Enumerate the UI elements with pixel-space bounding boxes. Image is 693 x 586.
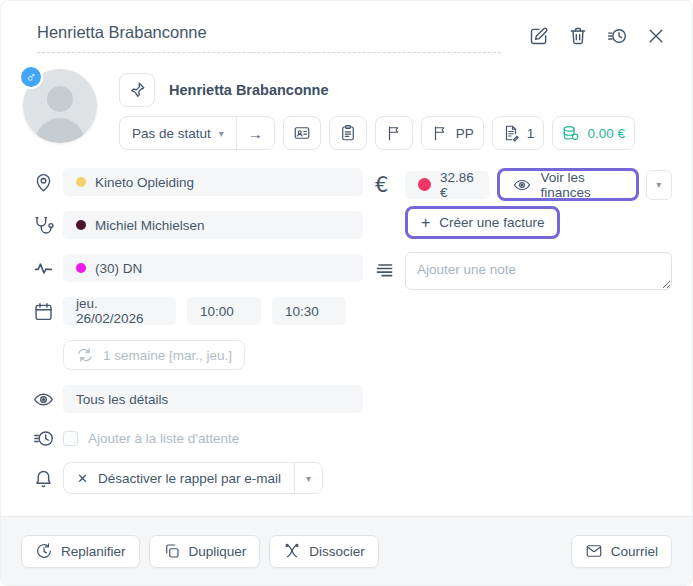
balance-amount: 0.00 € — [587, 126, 625, 141]
amount-value: 32.86 € — [440, 170, 476, 200]
view-finances-label: Voir les finances — [540, 170, 622, 200]
type-label: (30) DN — [95, 261, 142, 276]
practitioner-label: Michiel Michielsen — [95, 218, 205, 233]
pp-flag-button[interactable]: PP — [421, 116, 484, 150]
unlink-icon — [283, 542, 301, 560]
details-eye-icon — [33, 389, 54, 410]
reschedule-button[interactable]: Replanifier — [21, 535, 140, 568]
patient-toolbar: Pas de statut ▾ → — [119, 116, 672, 150]
pin-icon — [128, 81, 146, 99]
start-time-field[interactable]: 10:00 — [187, 297, 261, 325]
flag-button[interactable] — [375, 116, 413, 150]
waitlist-label: Ajouter à la liste d'attente — [88, 431, 239, 446]
recurrence-button[interactable]: 1 semaine [mar., jeu.] — [63, 340, 245, 370]
reminder-options-dropdown[interactable]: ▾ — [295, 463, 322, 493]
next-status-button[interactable]: → — [237, 117, 274, 149]
duplicate-button[interactable]: Dupliquer — [149, 535, 261, 568]
practitioner-color-dot — [76, 220, 86, 230]
chevron-down-icon: ▾ — [219, 128, 224, 139]
delete-icon[interactable] — [568, 26, 588, 46]
location-field[interactable]: Kineto Opleiding — [63, 168, 363, 196]
eye-icon — [513, 176, 531, 194]
bell-icon — [33, 468, 54, 489]
plus-icon: + — [421, 214, 430, 232]
appointment-dialog: Henrietta Brabanconne ♂ — [0, 0, 693, 586]
waitlist-clock-icon — [33, 428, 54, 449]
repeat-icon — [76, 346, 94, 364]
clipboard-button[interactable] — [329, 116, 367, 150]
euro-icon: € — [375, 173, 405, 197]
waitlist-checkbox[interactable] — [63, 431, 78, 446]
balance-button[interactable]: 0.00 € — [552, 116, 635, 150]
note-lines-icon — [375, 268, 394, 283]
note-input[interactable] — [405, 252, 672, 290]
reschedule-clock-icon — [35, 542, 53, 560]
create-invoice-label: Créer une facture — [439, 215, 544, 230]
calendar-icon — [33, 301, 54, 322]
documents-button[interactable]: 1 — [492, 116, 545, 150]
patient-card-button[interactable] — [283, 116, 321, 150]
finances-options-dropdown[interactable]: ▾ — [646, 170, 672, 200]
duplicate-label: Dupliquer — [189, 544, 247, 559]
status-dropdown[interactable]: Pas de statut ▾ — [120, 117, 236, 149]
patient-name[interactable]: Henrietta Brabanconne — [169, 82, 329, 98]
practitioner-icon — [33, 215, 54, 236]
reminder-label: Désactiver le rappel par e-mail — [98, 471, 281, 486]
practitioner-field[interactable]: Michiel Michielsen — [63, 211, 363, 239]
id-card-icon — [293, 124, 311, 142]
location-icon — [33, 172, 54, 193]
recurrence-label: 1 semaine [mar., jeu.] — [103, 348, 232, 363]
chevron-down-icon: ▾ — [306, 473, 311, 484]
pp-label: PP — [456, 126, 474, 141]
appointment-title[interactable]: Henrietta Brabanconne — [37, 23, 501, 53]
location-color-dot — [76, 177, 86, 187]
dialog-header: Henrietta Brabanconne — [1, 1, 692, 53]
all-details-field[interactable]: Tous les détails — [63, 385, 363, 413]
amount-chip: 32.86 € — [405, 171, 489, 199]
appointment-type-icon — [33, 258, 54, 279]
create-invoice-button[interactable]: + Créer une facture — [405, 206, 560, 239]
document-edit-icon — [502, 124, 520, 142]
all-details-label: Tous les détails — [76, 392, 168, 407]
gender-male-icon: ♂ — [19, 65, 43, 89]
clipboard-icon — [339, 124, 357, 142]
view-finances-button[interactable]: Voir les finances — [497, 168, 638, 201]
pin-button[interactable] — [119, 73, 155, 107]
type-color-dot — [76, 263, 86, 273]
disable-reminder-button[interactable]: ✕ Désactiver le rappel par e-mail — [64, 463, 294, 493]
detach-button[interactable]: Dissocier — [269, 535, 379, 568]
close-icon[interactable] — [646, 26, 666, 46]
edit-icon[interactable] — [529, 26, 549, 46]
dialog-footer: Replanifier Dupliquer Dissocier Courriel — [1, 516, 692, 585]
flag-icon — [431, 124, 449, 142]
email-button[interactable]: Courriel — [571, 535, 672, 568]
coins-icon — [562, 124, 580, 142]
chevron-down-icon: ▾ — [656, 179, 661, 190]
status-group: Pas de statut ▾ → — [119, 116, 275, 150]
flag-icon — [385, 124, 403, 142]
location-label: Kineto Opleiding — [95, 175, 194, 190]
copy-icon — [163, 542, 181, 560]
reschedule-label: Replanifier — [61, 544, 126, 559]
reminder-group: ✕ Désactiver le rappel par e-mail ▾ — [63, 462, 323, 494]
patient-hero: ♂ Henrietta Brabanconne Pas de statut ▾ — [1, 53, 692, 156]
document-count: 1 — [527, 126, 535, 141]
appointment-type-field[interactable]: (30) DN — [63, 254, 363, 282]
date-field[interactable]: jeu. 26/02/2026 — [63, 297, 176, 325]
history-icon[interactable] — [607, 26, 627, 46]
status-label: Pas de statut — [132, 126, 211, 141]
end-time-field[interactable]: 10:30 — [272, 297, 346, 325]
email-label: Courriel — [611, 544, 658, 559]
detach-label: Dissocier — [309, 544, 365, 559]
amount-status-dot — [418, 178, 431, 191]
envelope-icon — [585, 542, 603, 560]
x-icon: ✕ — [77, 471, 88, 486]
